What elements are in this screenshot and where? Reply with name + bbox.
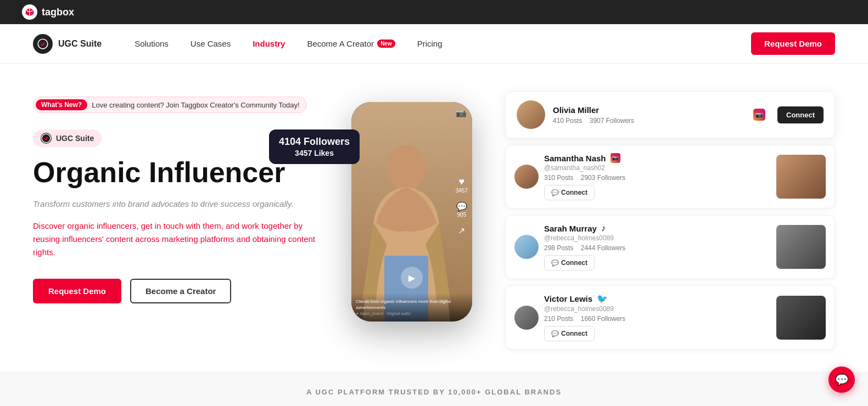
hero-right: Olivia Miller 410 Posts 3907 Followers 📷… [505, 86, 835, 349]
influencer-stats-olivia: 410 Posts 3907 Followers [553, 117, 746, 125]
influencer-stats-samantha: 310 Posts 2903 Followers [544, 174, 770, 182]
nav-link-industry[interactable]: Industry [253, 39, 285, 48]
nav-brand-label: UGC Suite [58, 39, 102, 49]
tagbox-logo-icon [22, 4, 37, 20]
phone-camera-icon: 📷 [456, 108, 467, 118]
connect-button-olivia[interactable]: Connect [777, 106, 824, 123]
influencer-name-samantha: Samantha Nash [544, 154, 606, 163]
trust-title: A UGC PLATFORM TRUSTED BY 10,000+ GLOBAL… [33, 388, 835, 396]
influencer-card-olivia: Olivia Miller 410 Posts 3907 Followers 📷… [505, 91, 835, 138]
connect-button-samantha[interactable]: Connect [544, 185, 595, 200]
influencer-handle-victor: @rebecca_holmes0089 [544, 305, 770, 313]
phone-play-button[interactable]: ▶ [401, 267, 423, 289]
avatar-samantha [514, 165, 539, 189]
influencer-stats-victor: 210 Posts 1660 Followers [544, 315, 770, 323]
whats-new-badge: What's New? [36, 99, 87, 110]
stats-bubble: 4104 Followers 3457 Likes [269, 129, 360, 164]
phone-screen: 📷 ▶ ♥3457 💬905 ↗ Clients trust organic i… [351, 102, 472, 322]
topbar-logo-text: tagbox [42, 7, 74, 18]
chat-widget[interactable]: 💬 [828, 366, 855, 393]
hero-phone-area: 4104 Followers 3457 Likes 📷 [340, 102, 483, 349]
svg-point-2 [387, 145, 425, 191]
connect-button-victor[interactable]: Connect [544, 326, 595, 341]
twitter-icon-victor: 🐦 [597, 294, 608, 304]
hero-buttons: Request Demo Become a Creator [33, 279, 318, 303]
stats-likes: 3457 Likes [279, 149, 350, 157]
become-creator-hero-button[interactable]: Become a Creator [130, 279, 231, 303]
phone-caption: Clients trust organic influencers more t… [351, 293, 472, 322]
ugc-suite-tag-icon [41, 133, 52, 144]
topbar-logo: tagbox [22, 4, 74, 20]
request-demo-nav-button[interactable]: Request Demo [751, 32, 835, 55]
avatar-sarah [514, 235, 539, 259]
trust-section: A UGC PLATFORM TRUSTED BY 10,000+ GLOBAL… [0, 371, 868, 406]
instagram-icon-samantha: 📷 [611, 153, 620, 163]
influencer-name-sarah: Sarah Murray [544, 224, 597, 233]
card-image-sarah [776, 225, 826, 269]
influencer-card-sarah: Sarah Murray ♪ @rebecca_holmes0089 298 P… [505, 215, 835, 279]
hero-desc: Discover organic influencers, get in tou… [33, 219, 318, 259]
influencer-handle-sarah: @rebecca_holmes0089 [544, 234, 770, 242]
whats-new-banner[interactable]: What's New? Love creating content? Join … [33, 97, 307, 113]
phone-action-icons: ♥3457 💬905 ↗ [456, 176, 468, 236]
influencer-card-samantha: Samantha Nash 📷 @samantha_nash02 310 Pos… [505, 145, 835, 208]
phone-mockup: 📷 ▶ ♥3457 💬905 ↗ Clients trust organic i… [351, 102, 472, 322]
stats-followers: 4104 Followers [279, 136, 350, 148]
card-image-samantha [776, 155, 826, 199]
influencer-handle-samantha: @samantha_nash02 [544, 164, 770, 172]
nav-link-become-creator[interactable]: Become A Creator [307, 39, 374, 48]
influencer-name-victor: Victor Lewis [544, 294, 592, 303]
topbar: tagbox [0, 0, 868, 24]
request-demo-hero-button[interactable]: Request Demo [33, 279, 121, 303]
card-image-victor [776, 296, 826, 340]
ugc-suite-tag-text: UGC Suite [56, 134, 94, 143]
nav-link-usecases[interactable]: Use Cases [191, 39, 231, 48]
nav-link-become-creator-wrapper: Become A Creator New [307, 39, 395, 48]
ugc-suite-tag: UGC Suite [33, 129, 102, 147]
navbar: UGC Suite Solutions Use Cases Industry B… [0, 24, 868, 64]
influencer-info-olivia: Olivia Miller 410 Posts 3907 Followers [553, 105, 746, 125]
influencer-name-olivia: Olivia Miller [553, 105, 746, 115]
new-badge: New [377, 40, 395, 48]
whats-new-text: Love creating content? Join Taggbox Crea… [92, 101, 300, 109]
hero-subtitle: Transform customers into brand advocates… [33, 198, 318, 211]
connect-button-sarah[interactable]: Connect [544, 255, 595, 270]
hero-left: What's New? Love creating content? Join … [33, 86, 318, 349]
avatar-olivia [517, 100, 545, 129]
nav-link-pricing[interactable]: Pricing [417, 39, 443, 48]
nav-links: Solutions Use Cases Industry Become A Cr… [135, 39, 751, 48]
tiktok-icon-sarah: ♪ [601, 223, 606, 233]
nav-brand[interactable]: UGC Suite [33, 34, 102, 54]
influencer-stats-sarah: 298 Posts 2444 Followers [544, 244, 770, 252]
hero-section: What's New? Love creating content? Join … [0, 64, 868, 406]
instagram-icon-olivia: 📷 [753, 109, 765, 121]
hero-content: What's New? Love creating content? Join … [0, 64, 868, 360]
nav-brand-icon [33, 34, 53, 54]
influencer-card-victor: Victor Lewis 🐦 @rebecca_holmes0089 210 P… [505, 285, 835, 349]
avatar-victor [514, 306, 539, 330]
nav-link-solutions[interactable]: Solutions [135, 39, 169, 48]
